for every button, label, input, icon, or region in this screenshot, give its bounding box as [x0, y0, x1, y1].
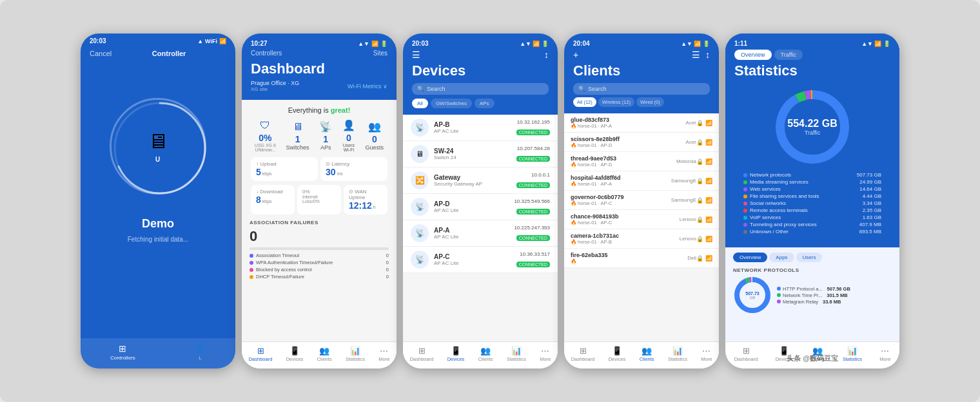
- nav-more-3[interactable]: ⋯More: [540, 346, 551, 362]
- upload-metric: ↑ Upload 5 kbps: [251, 157, 318, 181]
- phone-clients: 20:04 ▲▼ 📶 🔋 + ☰ ↕ Clients 🔍 Search All …: [564, 34, 719, 368]
- great-text: Everything is great!: [250, 106, 389, 114]
- nav-tab-user[interactable]: 👤 L: [195, 343, 206, 361]
- legend-unknown: Unknown / Other 893.5 MB: [743, 229, 881, 235]
- controller-title: Controller: [152, 50, 186, 57]
- sub-tab-overview[interactable]: Overview: [733, 253, 767, 262]
- site-name: Prague Office · XG: [251, 80, 299, 86]
- p1-loading-circle: 🖥 U: [106, 95, 210, 198]
- tab-wired[interactable]: Wired (0): [636, 97, 664, 107]
- download-metric: ↓ Download 8 kbps: [251, 185, 295, 215]
- fetching-label: Fetching initial data...: [128, 236, 189, 243]
- p4-top: 20:04 ▲▼ 📶 🔋 + ☰ ↕ Clients 🔍 Search All …: [564, 34, 719, 113]
- device-row-apb[interactable]: 📡 AP-B AP AC Lite 10.32.162.195 CONNECTE…: [403, 115, 558, 141]
- sub-tab-apps[interactable]: Apps: [769, 253, 794, 262]
- p2-nav: Controllers Sites: [251, 50, 387, 57]
- stat-guests: 👥 0 Guests: [366, 120, 384, 151]
- tab-gw-switches[interactable]: GW/Switches: [431, 99, 472, 108]
- nav-dashboard[interactable]: ⊞Dashboard: [249, 346, 273, 362]
- devices-title: Devices: [412, 62, 549, 79]
- p3-bottom-nav: ⊞Dashboard 📱Devices 👥Clients 📊Statistics…: [403, 341, 558, 368]
- nav-clients-4[interactable]: 👥Clients: [640, 346, 654, 362]
- nav-dashboard-4[interactable]: ⊞Dashboard: [571, 346, 595, 362]
- nav-more[interactable]: ⋯More: [378, 346, 389, 362]
- p5-top-tabs: Overview Traffic: [734, 50, 890, 60]
- assoc-val: 0: [250, 228, 389, 245]
- nav-statistics-4[interactable]: 📊Statistics: [668, 346, 687, 362]
- phone-devices: 20:03 ▲▼ 📶 🔋 ☰ ↕ Devices 🔍 Search All GW…: [403, 34, 558, 368]
- wifi-metrics-btn[interactable]: Wi-Fi Metrics ∨: [348, 83, 387, 90]
- device-tabs: All GW/Switches APs: [412, 99, 549, 108]
- stat-switches: 🖥 1 Switches: [286, 121, 309, 151]
- nav-statistics[interactable]: 📊Statistics: [346, 346, 365, 362]
- tab-all[interactable]: All: [412, 99, 428, 108]
- client-row-1[interactable]: glue-d83cf873 🔥 horse-01 · AP-A Acer 🔒📶: [564, 113, 719, 133]
- p1-bottom-nav: ⊞ Controllers 👤 L: [81, 338, 235, 368]
- nav-statistics-3[interactable]: 📊Statistics: [507, 346, 526, 362]
- nav-tab-controllers[interactable]: ⊞ Controllers: [110, 343, 135, 361]
- donut-label: Traffic: [787, 129, 837, 136]
- status-bar-5: 1:11 ▲▼ 📶 🔋: [734, 36, 890, 50]
- nav-clients-5[interactable]: 👥Clients: [810, 346, 825, 362]
- nav-devices-3[interactable]: 📱Devices: [447, 346, 465, 362]
- legend-web: Web services 14.64 GB: [743, 186, 881, 192]
- tab-overview[interactable]: Overview: [734, 50, 772, 60]
- client-row-8[interactable]: fire-62eba335 🔥 Dell 🔒📶: [564, 249, 719, 268]
- device-row-apd[interactable]: 📡 AP-D AP AC Lite 10.325.549.566 CONNECT…: [403, 194, 558, 220]
- p2-body: Everything is great! 🛡 0% USG XG 8UNknow…: [242, 100, 397, 368]
- client-row-3[interactable]: thread-9aee7d53 🔥 horse-01 · AP-D Motoro…: [564, 152, 719, 171]
- nav-clients-3[interactable]: 👥Clients: [478, 346, 493, 362]
- client-row-7[interactable]: camera-1cb731ac 🔥 horse-01 · AP-B Lenovo…: [564, 229, 719, 249]
- client-row-2[interactable]: scissors-8e28b9ff 🔥 horse-01 · AP-D Acer…: [564, 133, 719, 152]
- nav-clients[interactable]: 👥Clients: [317, 346, 332, 362]
- nav-dashboard-5[interactable]: ⊞Dashboard: [734, 346, 758, 362]
- device-row-apc[interactable]: 📡 AP-C AP AC Lite 10.36.33.517 CONNECTED: [403, 247, 558, 273]
- client-row-5[interactable]: governor-0c6b0779 🔥 horse-01 · AP-C Sams…: [564, 191, 719, 210]
- devices-search[interactable]: 🔍 Search: [412, 83, 549, 95]
- controllers-link[interactable]: Controllers: [251, 50, 282, 57]
- stats-row: 🛡 0% USG XG 8UNknow... 🖥 1 Switches 📡 1 …: [250, 119, 389, 152]
- nav-dashboard-3[interactable]: ⊞Dashboard: [410, 346, 434, 362]
- cancel-button[interactable]: Cancel: [90, 50, 112, 57]
- phone-controller: 20:03 ▲ WiFi 📶 Cancel Controller 🖥: [81, 34, 235, 368]
- demo-label: Demo: [142, 217, 174, 231]
- metrics-row-1: ↑ Upload 5 kbps ⊙ Latency 30 ms: [250, 157, 389, 181]
- stat-aps: 📡 1 APs: [319, 120, 332, 151]
- status-bar-3: 20:03 ▲▼ 📶 🔋: [412, 36, 549, 50]
- device-row-apa[interactable]: 📡 AP-A AP AC Lite 10.225.247.393 CONNECT…: [403, 220, 558, 247]
- nav-more-4[interactable]: ⋯More: [701, 346, 712, 362]
- tab-wireless[interactable]: Wireless (12): [598, 97, 634, 107]
- nav-devices-5[interactable]: 📱Devices: [776, 346, 793, 362]
- dashboard-title: Dashboard: [251, 61, 387, 77]
- clients-search[interactable]: 🔍 Search: [573, 83, 710, 95]
- p4-nav: + ☰ ↕: [573, 50, 710, 60]
- device-row-gw[interactable]: 🔀 Gateway Security Gateway AP 10.0.0.1 C…: [403, 168, 558, 194]
- nav-devices-4[interactable]: 📱Devices: [609, 346, 626, 362]
- time-3: 20:03: [412, 40, 429, 47]
- tab-all-clients[interactable]: All (12): [573, 97, 596, 107]
- client-row-6[interactable]: chance-9084193b 🔥 horse-01 · AP-C Lenovo…: [564, 210, 719, 229]
- legend-dhcp: DHCP Timeout/Failure 0: [250, 274, 389, 280]
- statistics-title: Statistics: [734, 62, 890, 79]
- legend-remote: Remote access terminals 2.35 GB: [743, 207, 881, 213]
- status-bar-4: 20:04 ▲▼ 📶 🔋: [573, 36, 710, 50]
- p3-nav: ☰ ↕: [412, 50, 549, 60]
- nav-devices[interactable]: 📱Devices: [286, 346, 304, 362]
- p5-legend: Network protocols 507.73 GB Media stream…: [734, 172, 890, 241]
- client-row-4[interactable]: hospital-4afd8ff6d 🔥 horse-01 · AP-A Sam…: [564, 171, 719, 191]
- client-tabs: All (12) Wireless (12) Wired (0): [573, 97, 710, 107]
- legend-tunneling: Tunneling and proxy services 407.9 MB: [743, 222, 881, 227]
- tab-aps[interactable]: APs: [475, 99, 495, 108]
- sites-link[interactable]: Sites: [373, 50, 387, 57]
- sub-tab-users[interactable]: Users: [796, 253, 823, 262]
- legend-social: Social networks 3.34 GB: [743, 200, 881, 206]
- tab-traffic[interactable]: Traffic: [774, 50, 803, 60]
- stat-users: 👤 0 UsersWi-Fi: [342, 119, 355, 152]
- p2-legend: Association Timeout 0 WPA Authentication…: [250, 253, 389, 280]
- nav-more-5[interactable]: ⋯More: [879, 346, 890, 362]
- nav-statistics-5[interactable]: 📊Statistics: [843, 346, 862, 362]
- mini-legend: HTTP Protocol a... 507.56 GB Network Tim…: [777, 285, 850, 305]
- device-row-sw24[interactable]: 🖥 SW-24 Switch 24 10.207.584.28 CONNECTE…: [403, 141, 558, 168]
- status-icons-1: ▲ WiFi 📶: [197, 38, 226, 44]
- legend-file: File sharing services and tools 4.44 GB: [743, 193, 881, 199]
